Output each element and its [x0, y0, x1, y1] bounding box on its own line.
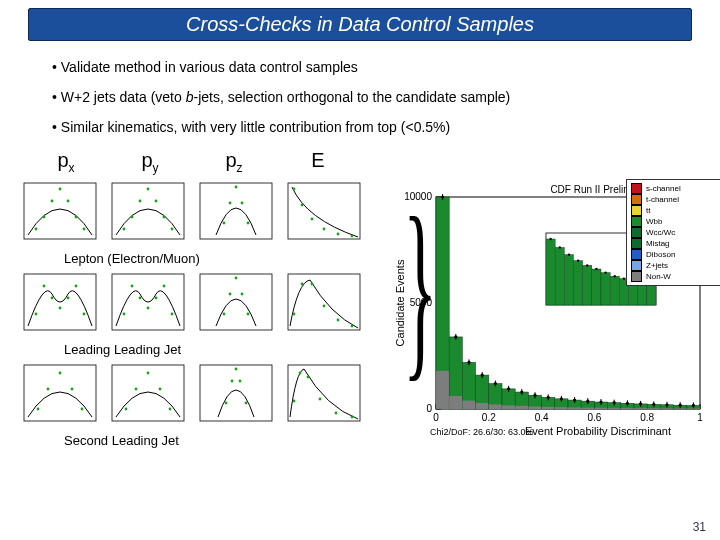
- legend-item: Mistag: [631, 238, 720, 249]
- svg-rect-127: [515, 406, 528, 409]
- svg-point-47: [229, 293, 232, 296]
- svg-point-1: [35, 228, 38, 231]
- svg-rect-135: [542, 407, 555, 409]
- svg-rect-183: [546, 239, 555, 305]
- bullet-2-text: W+2 jets data (veto b-jets, selection or…: [61, 89, 510, 105]
- svg-point-69: [169, 408, 172, 411]
- svg-point-50: [247, 313, 250, 316]
- svg-point-77: [293, 400, 296, 403]
- svg-point-81: [335, 412, 338, 415]
- svg-rect-179: [687, 408, 700, 409]
- svg-rect-175: [674, 408, 687, 409]
- bullet-1: • Validate method in various data contro…: [52, 59, 680, 75]
- svg-point-75: [245, 402, 248, 405]
- svg-point-82: [351, 416, 354, 419]
- svg-point-28: [351, 235, 354, 238]
- legend: s-channelt-channelttWbbWcc/WcMistagDibos…: [626, 179, 720, 286]
- svg-rect-0: [24, 183, 96, 239]
- mini-plot-grid: Lepton (Electron/Muon) Leading Leading J…: [18, 179, 378, 452]
- svg-point-6: [75, 216, 78, 219]
- mini-row-jet1: [18, 270, 378, 340]
- svg-rect-193: [592, 269, 601, 305]
- svg-point-5: [67, 200, 70, 203]
- col-header-pz: pz: [192, 149, 276, 175]
- svg-point-26: [323, 228, 326, 231]
- svg-rect-51: [288, 274, 360, 330]
- svg-point-43: [163, 285, 166, 288]
- col-header-e: E: [276, 149, 360, 175]
- svg-point-198: [614, 275, 616, 277]
- svg-point-184: [549, 238, 551, 240]
- svg-point-38: [123, 313, 126, 316]
- mini-lepton-e: [282, 179, 366, 249]
- svg-rect-185: [555, 247, 564, 305]
- svg-point-44: [171, 313, 174, 316]
- svg-rect-167: [647, 408, 660, 409]
- svg-point-34: [67, 297, 70, 300]
- svg-point-63: [81, 408, 84, 411]
- svg-text:0.4: 0.4: [535, 412, 549, 423]
- mini-lepton-px: [18, 179, 102, 249]
- svg-point-72: [231, 380, 234, 383]
- svg-point-61: [59, 372, 62, 375]
- svg-point-200: [623, 277, 625, 279]
- svg-point-41: [147, 307, 150, 310]
- slide-title-bar: Cross-Checks in Data Control Samples: [28, 8, 692, 41]
- svg-point-11: [139, 200, 142, 203]
- svg-point-31: [43, 285, 46, 288]
- svg-text:0: 0: [426, 403, 432, 414]
- legend-item: s-channel: [631, 183, 720, 194]
- svg-point-196: [604, 271, 606, 273]
- svg-rect-119: [489, 404, 502, 409]
- svg-rect-8: [112, 183, 184, 239]
- svg-rect-139: [555, 407, 568, 409]
- svg-point-15: [171, 228, 174, 231]
- svg-point-46: [223, 313, 226, 316]
- svg-point-190: [577, 259, 579, 261]
- svg-point-21: [247, 222, 250, 225]
- col-header-py: py: [108, 149, 192, 175]
- mini-jet1-pz: [194, 270, 278, 340]
- svg-point-32: [51, 297, 54, 300]
- svg-text:1: 1: [697, 412, 703, 423]
- svg-rect-163: [634, 408, 647, 409]
- svg-text:Chi2/DoF: 26.6/30: 63.0%: Chi2/DoF: 26.6/30: 63.0%: [430, 427, 534, 437]
- svg-point-10: [131, 216, 134, 219]
- legend-item: tt: [631, 205, 720, 216]
- svg-point-78: [299, 372, 302, 375]
- svg-point-35: [75, 285, 78, 288]
- svg-point-33: [59, 307, 62, 310]
- svg-rect-195: [601, 273, 610, 305]
- svg-point-30: [35, 313, 38, 316]
- svg-rect-111: [462, 401, 475, 409]
- legend-item: t-channel: [631, 194, 720, 205]
- svg-point-80: [319, 398, 322, 401]
- svg-point-59: [37, 408, 40, 411]
- svg-text:Event Probability Discriminant: Event Probability Discriminant: [525, 425, 671, 437]
- svg-rect-143: [568, 407, 581, 409]
- svg-point-3: [51, 200, 54, 203]
- svg-point-74: [239, 380, 242, 383]
- mini-jet1-e: [282, 270, 366, 340]
- col-header-px: px: [24, 149, 108, 175]
- svg-rect-147: [581, 408, 594, 409]
- svg-point-55: [323, 305, 326, 308]
- svg-point-24: [301, 204, 304, 207]
- svg-point-54: [311, 283, 314, 286]
- svg-point-20: [241, 202, 244, 205]
- legend-item: Wbb: [631, 216, 720, 227]
- mini-row-lepton: [18, 179, 378, 249]
- svg-point-48: [235, 277, 238, 280]
- svg-rect-197: [610, 276, 619, 305]
- svg-text:10000: 10000: [404, 191, 432, 202]
- svg-point-23: [293, 188, 296, 191]
- svg-rect-205: [647, 285, 656, 305]
- bullet-3: • Similar kinematics, with very little c…: [52, 119, 680, 135]
- svg-text:0: 0: [433, 412, 439, 423]
- svg-rect-107: [449, 396, 462, 409]
- svg-point-192: [586, 264, 588, 266]
- mini-jet2-e: [282, 361, 366, 431]
- svg-point-65: [125, 408, 128, 411]
- svg-point-62: [71, 388, 74, 391]
- svg-point-4: [59, 188, 62, 191]
